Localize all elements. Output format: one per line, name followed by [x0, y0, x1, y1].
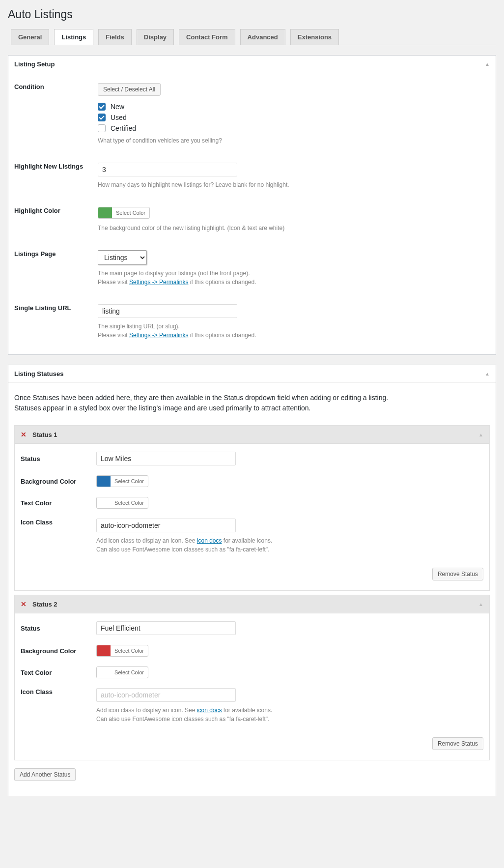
listings-page-desc1: The main page to display your listings (…: [98, 270, 250, 277]
status-block-2: ✕ Status 2 ▲ Status Background Color Sel…: [14, 595, 490, 760]
condition-used-label: Used: [111, 114, 127, 121]
status-1-bg-color-picker[interactable]: Select Color: [96, 475, 148, 487]
select-color-button[interactable]: Select Color: [111, 498, 148, 507]
icon-docs-link[interactable]: icon docs: [197, 537, 222, 544]
condition-certified-label: Certified: [111, 124, 136, 132]
status-1-title: Status 1: [32, 431, 57, 438]
collapse-icon[interactable]: ▲: [478, 602, 483, 607]
single-url-desc2a: Please visit: [98, 332, 129, 339]
icon-class-label: Icon Class: [21, 519, 96, 526]
color-swatch-icon: [97, 667, 111, 678]
icon-desc-2: Can also use FontAwesome icon classes su…: [96, 716, 269, 723]
add-another-status-button[interactable]: Add Another Status: [14, 768, 76, 781]
highlight-new-label: Highlight New Listings: [14, 163, 98, 170]
bg-color-label: Background Color: [21, 478, 96, 485]
page-title: Auto Listings: [8, 8, 496, 21]
highlight-color-picker[interactable]: Select Color: [98, 207, 150, 219]
icon-desc-1b: for available icons.: [222, 707, 273, 714]
status-label: Status: [21, 455, 96, 463]
listing-statuses-title: Listing Statuses: [14, 370, 63, 377]
highlight-color-label: Highlight Color: [14, 207, 98, 214]
status-block-1: ✕ Status 1 ▲ Status Background Color Sel…: [14, 425, 490, 591]
listings-page-desc2b: if this options is changed.: [188, 279, 256, 286]
highlight-color-desc: The background color of the new listing …: [98, 224, 490, 232]
remove-status-1-button[interactable]: Remove Status: [432, 568, 483, 580]
select-deselect-all-button[interactable]: Select / Deselect All: [98, 83, 161, 96]
status-1-status-input[interactable]: [96, 452, 236, 465]
statuses-intro-1: Once Statuses have been added here, they…: [14, 394, 388, 402]
text-color-label: Text Color: [21, 669, 96, 676]
listing-statuses-panel: Listing Statuses ▲ Once Statuses have be…: [8, 365, 496, 796]
tab-fields[interactable]: Fields: [98, 29, 132, 45]
color-swatch-icon: [98, 207, 112, 218]
status-label: Status: [21, 625, 96, 632]
condition-new-label: New: [111, 103, 124, 111]
bg-color-label: Background Color: [21, 647, 96, 655]
tab-contact-form[interactable]: Contact Form: [179, 29, 235, 45]
status-2-bg-color-picker[interactable]: Select Color: [96, 645, 148, 657]
condition-used-checkbox[interactable]: [98, 114, 106, 121]
select-color-button[interactable]: Select Color: [111, 477, 148, 486]
select-color-button[interactable]: Select Color: [111, 646, 148, 655]
single-url-desc2b: if this options is changed.: [188, 332, 256, 339]
tab-advanced[interactable]: Advanced: [240, 29, 285, 45]
permalinks-link[interactable]: Settings -> Permalinks: [129, 279, 188, 286]
icon-desc-2: Can also use FontAwesome icon classes su…: [96, 546, 269, 553]
highlight-new-input[interactable]: [98, 163, 237, 176]
highlight-new-desc: How many days to highlight new listings …: [98, 180, 490, 189]
color-swatch-icon: [97, 645, 111, 656]
icon-desc-1a: Add icon class to display an icon. See: [96, 537, 197, 544]
listings-page-select[interactable]: Listings: [98, 250, 147, 265]
icon-docs-link[interactable]: icon docs: [197, 707, 222, 714]
permalinks-link-2[interactable]: Settings -> Permalinks: [129, 332, 188, 339]
status-2-text-color-picker[interactable]: Select Color: [96, 666, 148, 678]
status-1-text-color-picker[interactable]: Select Color: [96, 497, 148, 509]
status-1-icon-class-input[interactable]: [96, 519, 236, 532]
tab-general[interactable]: General: [11, 29, 49, 45]
status-2-icon-class-input[interactable]: [96, 688, 236, 702]
color-swatch-icon: [97, 476, 111, 487]
condition-certified-checkbox[interactable]: [98, 124, 106, 132]
tab-extensions[interactable]: Extensions: [290, 29, 339, 45]
listings-page-label: Listings Page: [14, 250, 98, 258]
icon-desc-1b: for available icons.: [222, 537, 273, 544]
listing-setup-title: Listing Setup: [14, 60, 55, 68]
listings-page-desc2a: Please visit: [98, 279, 129, 286]
single-url-input[interactable]: [98, 304, 237, 318]
delete-status-icon[interactable]: ✕: [21, 600, 27, 608]
collapse-icon[interactable]: ▲: [485, 371, 490, 376]
icon-class-label: Icon Class: [21, 688, 96, 695]
text-color-label: Text Color: [21, 499, 96, 507]
tab-listings[interactable]: Listings: [54, 29, 93, 45]
condition-label: Condition: [14, 83, 98, 90]
status-2-status-input[interactable]: [96, 621, 236, 635]
delete-status-icon[interactable]: ✕: [21, 431, 27, 438]
collapse-icon[interactable]: ▲: [478, 432, 483, 437]
single-url-desc1: The single listing URL (or slug).: [98, 323, 180, 330]
color-swatch-icon: [97, 497, 111, 508]
tabs-bar: General Listings Fields Display Contact …: [8, 29, 496, 45]
select-color-button[interactable]: Select Color: [111, 668, 148, 677]
condition-new-checkbox[interactable]: [98, 103, 106, 111]
statuses-intro-2: Statuses appear in a styled box over the…: [14, 404, 310, 412]
listing-setup-panel: Listing Setup ▲ Condition Select / Desel…: [8, 55, 496, 355]
icon-desc-1a: Add icon class to display an icon. See: [96, 707, 197, 714]
single-url-label: Single Listing URL: [14, 304, 98, 312]
status-2-title: Status 2: [32, 601, 57, 608]
collapse-icon[interactable]: ▲: [485, 61, 490, 67]
tab-display[interactable]: Display: [137, 29, 174, 45]
select-color-button[interactable]: Select Color: [112, 208, 149, 217]
remove-status-2-button[interactable]: Remove Status: [432, 737, 483, 750]
condition-desc: What type of condition vehicles are you …: [98, 136, 490, 145]
